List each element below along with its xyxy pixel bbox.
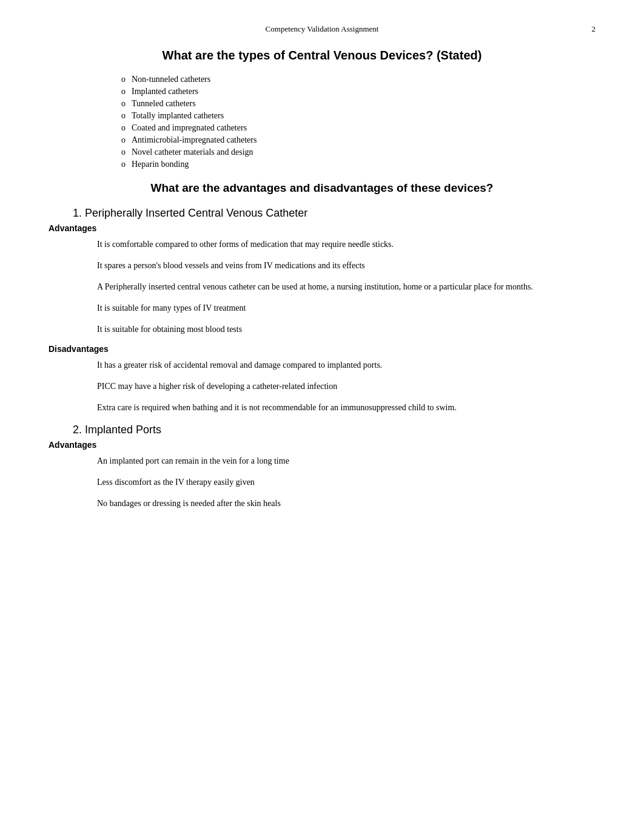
bullet-marker: o xyxy=(121,111,126,121)
bullet-item: oCoated and impregnated catheters xyxy=(121,123,595,133)
bullet-marker: o xyxy=(121,99,126,109)
bullet-list: oNon-tunneled cathetersoImplanted cathet… xyxy=(49,75,595,169)
section2-heading: What are the advantages and disadvantage… xyxy=(49,181,595,195)
bullet-item: oTotally implanted catheters xyxy=(121,111,595,121)
advantage-item: It is comfortable compared to other form… xyxy=(97,238,595,251)
bullet-item: oNon-tunneled catheters xyxy=(121,75,595,84)
advantage-item: It spares a person's blood vessels and v… xyxy=(97,259,595,272)
bullet-marker: o xyxy=(121,123,126,133)
subsection-2: 2. Implanted PortsAdvantagesAn implanted… xyxy=(49,424,595,510)
bullet-item: oNovel catheter materials and design xyxy=(121,147,595,157)
subsections-container: 1. Peripherally Inserted Central Venous … xyxy=(49,207,595,510)
section1-heading: What are the types of Central Venous Dev… xyxy=(49,49,595,63)
advantage-item: It is suitable for many types of IV trea… xyxy=(97,302,595,314)
bullet-marker: o xyxy=(121,160,126,169)
advantage-item: Less discomfort as the IV therapy easily… xyxy=(97,476,595,488)
disadvantage-item: PICC may have a higher risk of developin… xyxy=(97,380,595,393)
header-text: Competency Validation Assignment xyxy=(266,24,379,33)
bullet-marker: o xyxy=(121,87,126,96)
advantage-item: It is suitable for obtaining most blood … xyxy=(97,323,595,336)
subsection-1: 1. Peripherally Inserted Central Venous … xyxy=(49,207,595,414)
page-number: 2 xyxy=(592,24,596,34)
bullet-item: oAntimicrobial-impregnated catheters xyxy=(121,135,595,145)
disadvantages-label: Disadvantages xyxy=(49,344,595,354)
bullet-marker: o xyxy=(121,135,126,145)
bullet-item: oTunneled catheters xyxy=(121,99,595,109)
bullet-marker: o xyxy=(121,147,126,157)
advantage-item: No bandages or dressing is needed after … xyxy=(97,497,595,510)
bullet-item: oHeparin bonding xyxy=(121,160,595,169)
advantages-label: Advantages xyxy=(49,440,595,450)
bullet-marker: o xyxy=(121,75,126,84)
disadvantage-item: It has a greater risk of accidental remo… xyxy=(97,359,595,371)
advantage-item: An implanted port can remain in the vein… xyxy=(97,455,595,467)
advantages-label: Advantages xyxy=(49,223,595,233)
subsection-title: 1. Peripherally Inserted Central Venous … xyxy=(73,207,595,220)
disadvantage-item: Extra care is required when bathing and … xyxy=(49,401,595,414)
bullet-item: oImplanted catheters xyxy=(121,87,595,96)
advantage-item: A Peripherally inserted central venous c… xyxy=(49,280,595,293)
subsection-title: 2. Implanted Ports xyxy=(73,424,595,436)
